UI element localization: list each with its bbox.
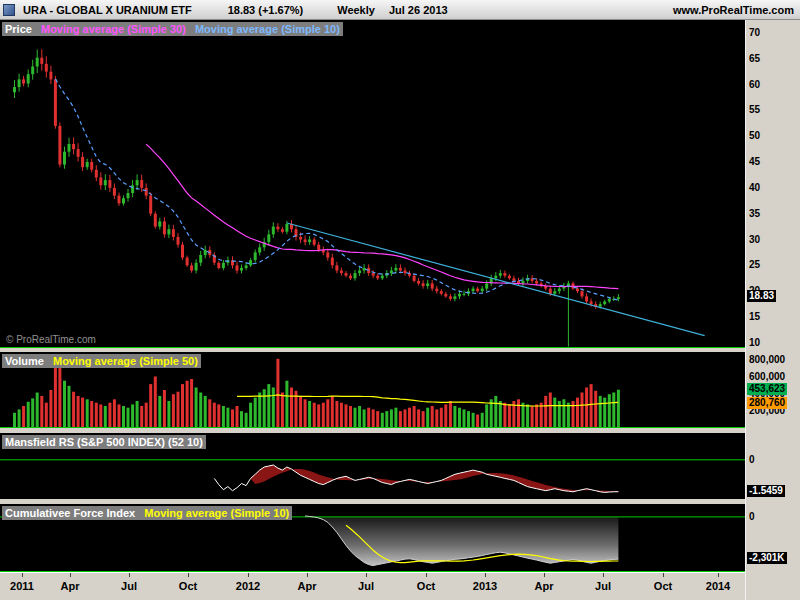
force-index-panel-title: Cumulativee Force Index xyxy=(5,507,135,519)
time-axis-label: Apr xyxy=(535,580,554,592)
time-axis-tick xyxy=(188,573,189,577)
volume-ma50-label: Moving average (Simple 50) xyxy=(53,355,198,367)
cfi-value-badge: -2,301K xyxy=(747,552,787,564)
time-axis-label: Oct xyxy=(417,580,435,592)
time-axis-label: Oct xyxy=(654,580,672,592)
price-tick-label: 40 xyxy=(749,182,760,194)
time-axis-tick xyxy=(426,573,427,577)
force-index-panel-label: Cumulativee Force Index Moving average (… xyxy=(2,506,292,520)
time-axis-tick xyxy=(129,573,130,577)
website-link[interactable]: www.ProRealTime.com xyxy=(673,4,794,16)
price-chart-canvas xyxy=(0,20,745,348)
app-icon[interactable] xyxy=(3,4,15,16)
price-tick-label: 15 xyxy=(749,311,760,323)
time-axis-tick xyxy=(485,573,486,577)
time-axis-label: Jul xyxy=(595,580,611,592)
volume-tick-label: 800,000 xyxy=(749,354,785,366)
time-axis-tick xyxy=(603,573,604,577)
price-tick-label: 50 xyxy=(749,130,760,142)
title-bar: URA - GLOBAL X URANIUM ETF 18.83 (+1.67%… xyxy=(0,0,800,20)
time-axis-tick xyxy=(718,573,719,577)
price-tick-label: 45 xyxy=(749,156,760,168)
price-ma30-label: Moving average (Simple 30) xyxy=(41,23,186,35)
mansfield-panel-label: Mansfield RS (S&P 500 INDEX) (52 10) xyxy=(2,435,206,449)
price-panel[interactable]: Price Moving average (Simple 30) Moving … xyxy=(0,20,745,348)
time-axis-label: Apr xyxy=(61,580,80,592)
time-axis-tick xyxy=(307,573,308,577)
force-index-panel[interactable]: Cumulativee Force Index Moving average (… xyxy=(0,504,745,572)
last-price-change: 18.83 (+1.67%) xyxy=(228,4,304,16)
price-tick-label: 60 xyxy=(749,79,760,91)
volume-panel-title: Volume xyxy=(5,355,44,367)
time-axis-tick xyxy=(544,573,545,577)
time-axis-label: Jul xyxy=(121,580,137,592)
time-axis-label: Oct xyxy=(179,580,197,592)
price-tick-label: 10 xyxy=(749,337,760,349)
price-ma10-label: Moving average (Simple 10) xyxy=(195,23,340,35)
price-tick-label: 55 xyxy=(749,104,760,116)
symbol-title: URA - GLOBAL X URANIUM ETF xyxy=(23,4,192,16)
volume-tick-label: 600,000 xyxy=(749,371,785,383)
date-label: Jul 26 2013 xyxy=(389,4,448,16)
time-axis-tick xyxy=(663,573,664,577)
timeframe-label[interactable]: Weekly xyxy=(337,4,375,16)
force-index-ma-label: Moving average (Simple 10) xyxy=(144,507,289,519)
prorealtime-watermark: © ProRealTime.com xyxy=(6,334,96,345)
volume-ma-badge: 280,760 xyxy=(747,397,787,409)
rs-value-badge: -1.5459 xyxy=(747,485,785,497)
time-axis-tick xyxy=(248,573,249,577)
price-tick-label: 70 xyxy=(749,27,760,39)
price-tick-label: 35 xyxy=(749,208,760,220)
time-axis-tick xyxy=(70,573,71,577)
price-tick-label: 30 xyxy=(749,234,760,246)
time-axis-label: Apr xyxy=(298,580,317,592)
price-tick-label: 25 xyxy=(749,259,760,271)
time-axis-label: Jul xyxy=(358,580,374,592)
last-volume-badge: 453,623 xyxy=(747,383,787,395)
last-price-badge: 18.83 xyxy=(747,290,776,302)
time-axis-tick xyxy=(366,573,367,577)
time-axis-label: 2013 xyxy=(473,580,497,592)
price-tick-label: 65 xyxy=(749,53,760,65)
mansfield-panel-title: Mansfield RS (S&P 500 INDEX) (52 10) xyxy=(5,436,203,448)
value-axis-strip[interactable]: 70656055504540353025201510800,000600,000… xyxy=(745,20,800,600)
time-axis-tick xyxy=(22,573,23,577)
rs-zero-label: 0 xyxy=(749,454,755,466)
price-panel-label: Price Moving average (Simple 30) Moving … xyxy=(2,22,343,36)
volume-panel[interactable]: Volume Moving average (Simple 50) xyxy=(0,352,745,428)
time-axis-label: 2011 xyxy=(10,580,34,592)
time-axis[interactable]: 2011AprJulOct2012AprJulOct2013AprJulOct2… xyxy=(0,572,745,600)
price-panel-title: Price xyxy=(5,23,32,35)
time-axis-label: 2014 xyxy=(706,580,730,592)
volume-panel-label: Volume Moving average (Simple 50) xyxy=(2,354,201,368)
mansfield-rs-panel[interactable]: Mansfield RS (S&P 500 INDEX) (52 10) xyxy=(0,433,745,499)
cfi-zero-label: 0 xyxy=(749,511,755,523)
time-axis-label: 2012 xyxy=(236,580,260,592)
prorealtime-window: URA - GLOBAL X URANIUM ETF 18.83 (+1.67%… xyxy=(0,0,800,600)
